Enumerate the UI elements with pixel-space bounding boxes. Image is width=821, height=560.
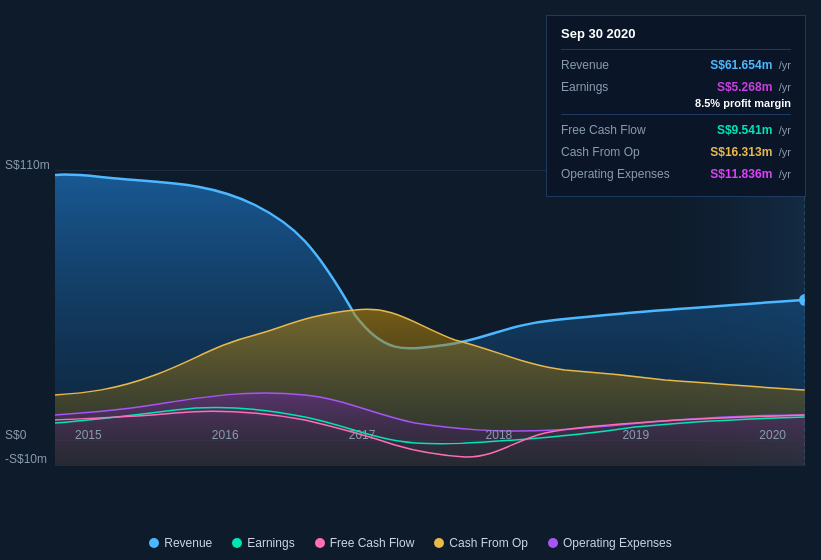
chart-svg — [55, 155, 805, 465]
x-axis: 2015 2016 2017 2018 2019 2020 — [55, 428, 806, 442]
revenue-row: Revenue S$61.654m /yr — [561, 55, 791, 73]
x-label-2019: 2019 — [622, 428, 649, 442]
fcf-unit: /yr — [779, 124, 791, 136]
legend-dot-opex — [548, 538, 558, 548]
legend-opex: Operating Expenses — [548, 536, 672, 550]
profit-margin: 8.5% profit margin — [561, 97, 791, 109]
legend-label-fcf: Free Cash Flow — [330, 536, 415, 550]
legend-label-cashop: Cash From Op — [449, 536, 528, 550]
cashop-unit: /yr — [779, 146, 791, 158]
cashop-row: Cash From Op S$16.313m /yr — [561, 142, 791, 160]
earnings-row: Earnings S$5.268m /yr — [561, 77, 791, 95]
legend-dot-fcf — [315, 538, 325, 548]
y-label-top: S$110m — [5, 158, 50, 172]
opex-row: Operating Expenses S$11.836m /yr — [561, 164, 791, 182]
fcf-row: Free Cash Flow S$9.541m /yr — [561, 120, 791, 138]
legend-label-revenue: Revenue — [164, 536, 212, 550]
revenue-unit: /yr — [779, 59, 791, 71]
cashop-value: S$16.313m — [710, 145, 772, 159]
y-label-neg: -S$10m — [5, 452, 47, 466]
x-label-2020: 2020 — [759, 428, 786, 442]
fcf-label: Free Cash Flow — [561, 123, 671, 137]
grid-line-neg — [55, 465, 806, 466]
cashop-label: Cash From Op — [561, 145, 671, 159]
legend-earnings: Earnings — [232, 536, 294, 550]
legend-revenue: Revenue — [149, 536, 212, 550]
tooltip-date: Sep 30 2020 — [561, 26, 791, 41]
x-label-2018: 2018 — [486, 428, 513, 442]
earnings-label: Earnings — [561, 80, 671, 94]
x-label-2017: 2017 — [349, 428, 376, 442]
opex-unit: /yr — [779, 168, 791, 180]
opex-value: S$11.836m — [710, 167, 772, 181]
opex-label: Operating Expenses — [561, 167, 671, 181]
data-tooltip: Sep 30 2020 Revenue S$61.654m /yr Earnin… — [546, 15, 806, 197]
y-label-zero: S$0 — [5, 428, 26, 442]
legend-dot-cashop — [434, 538, 444, 548]
earnings-unit: /yr — [779, 81, 791, 93]
chart-legend: Revenue Earnings Free Cash Flow Cash Fro… — [0, 536, 821, 550]
legend-fcf: Free Cash Flow — [315, 536, 415, 550]
legend-label-earnings: Earnings — [247, 536, 294, 550]
legend-label-opex: Operating Expenses — [563, 536, 672, 550]
legend-dot-earnings — [232, 538, 242, 548]
legend-cashop: Cash From Op — [434, 536, 528, 550]
earnings-value: S$5.268m — [717, 80, 772, 94]
fcf-value: S$9.541m — [717, 123, 772, 137]
revenue-value: S$61.654m — [710, 58, 772, 72]
legend-dot-revenue — [149, 538, 159, 548]
revenue-label: Revenue — [561, 58, 671, 72]
x-label-2015: 2015 — [75, 428, 102, 442]
x-label-2016: 2016 — [212, 428, 239, 442]
